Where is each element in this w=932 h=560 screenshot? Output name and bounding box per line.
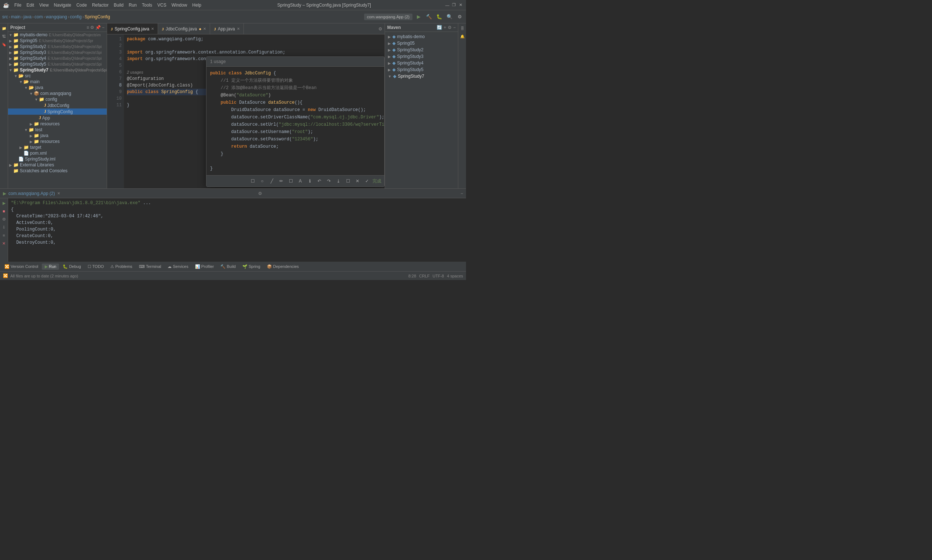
maven-minimize-icon[interactable]: − bbox=[453, 25, 456, 30]
tab-run[interactable]: ▶ Run bbox=[42, 263, 59, 270]
tab-springconfig[interactable]: J SpringConfig.java ✕ bbox=[107, 23, 158, 34]
tab-spring[interactable]: 🌱 Spring bbox=[239, 263, 263, 270]
cursor-position[interactable]: 8:28 bbox=[408, 274, 416, 278]
popup-icon-expand[interactable]: ☐ bbox=[344, 177, 352, 185]
run-stop-btn[interactable]: ■ bbox=[1, 208, 7, 214]
vcs-status[interactable]: 🔀 bbox=[3, 274, 8, 278]
tree-item-com-wangqiang[interactable]: ▼ 📦 com.wangqiang bbox=[8, 91, 107, 96]
tree-item-target[interactable]: ▶ 📁 target bbox=[8, 145, 107, 150]
tab-services[interactable]: ☁ Services bbox=[165, 263, 191, 270]
breadcrumb-springconfig[interactable]: SpringConfig bbox=[85, 14, 110, 19]
run-button[interactable]: ▶ bbox=[415, 13, 423, 21]
breadcrumb-com[interactable]: com bbox=[34, 14, 43, 19]
tree-item-app[interactable]: ▶ J App bbox=[8, 115, 107, 121]
tab-version-control[interactable]: 🔀 Version Control bbox=[2, 263, 41, 270]
bookmarks-icon[interactable]: 🔖 bbox=[1, 41, 7, 48]
indent-settings[interactable]: 4 spaces bbox=[447, 274, 463, 278]
popup-done-button[interactable]: 完成 bbox=[373, 178, 381, 185]
project-pin-icon[interactable]: 📌 bbox=[96, 25, 101, 30]
tree-item-springstudy3[interactable]: ▶ 📁 SpringStudy3 E:\Users\BabyQ\IdeaProj… bbox=[8, 49, 107, 55]
tab-todo[interactable]: ☐ TODO bbox=[85, 263, 107, 270]
tab-dependencies[interactable]: 📦 Dependencies bbox=[264, 263, 302, 270]
run-close-btn[interactable]: ✕ bbox=[1, 240, 7, 247]
tree-item-springstudy4[interactable]: ▶ 📁 SpringStudy4 E:\Users\BabyQ\IdeaProj… bbox=[8, 55, 107, 61]
tree-item-springstudy2[interactable]: ▶ 📁 SpringStudy2 E:\Users\BabyQ\IdeaProj… bbox=[8, 44, 107, 49]
line-ending[interactable]: CRLF bbox=[419, 274, 430, 278]
maximize-button[interactable]: ❐ bbox=[451, 3, 456, 8]
tab-profiler[interactable]: 📊 Profiler bbox=[192, 263, 217, 270]
run-configuration[interactable]: com.wangqiang.App (2) bbox=[364, 14, 413, 20]
settings-button[interactable]: ⚙ bbox=[456, 13, 464, 21]
run-settings-icon[interactable]: ⚙ bbox=[258, 191, 262, 196]
tree-item-main[interactable]: ▼ 📂 main bbox=[8, 79, 107, 85]
menu-build[interactable]: Build bbox=[111, 2, 126, 8]
tree-item-mybatis-demo[interactable]: ▼ 📁 mybatis-demo E:\Users\BabyQ\IdeaProj… bbox=[8, 32, 107, 38]
maven-item-mybatis[interactable]: ▶ ◆ mybatis-demo bbox=[387, 33, 456, 40]
popup-icon-rect[interactable]: ☐ bbox=[249, 177, 257, 185]
project-settings-icon[interactable]: ⚙ bbox=[90, 25, 94, 30]
project-collapse-icon[interactable]: ≡ bbox=[86, 25, 89, 30]
tab-settings-icon[interactable]: ⚙ bbox=[376, 26, 385, 32]
popup-icon-text[interactable]: A bbox=[296, 177, 304, 185]
popup-icon-box[interactable]: ☐ bbox=[287, 177, 295, 185]
structure-icon[interactable]: 🏗 bbox=[1, 33, 7, 40]
maven-item-springstudy3[interactable]: ▶ ◆ SpringStudy3 bbox=[387, 53, 456, 60]
menu-window[interactable]: Window bbox=[169, 2, 189, 8]
notifications-icon[interactable]: 🔔 bbox=[459, 33, 466, 40]
tab-close-jdbcconfig[interactable]: ✕ bbox=[203, 27, 206, 31]
popup-icon-check[interactable]: ✓ bbox=[363, 177, 371, 185]
tree-item-external-libs[interactable]: ▶ 📁 External Libraries bbox=[8, 162, 107, 168]
popup-icon-info[interactable]: ℹ bbox=[306, 177, 314, 185]
breadcrumb-config[interactable]: config bbox=[70, 14, 82, 19]
run-settings-btn[interactable]: ⚙ bbox=[1, 216, 7, 223]
code-popup[interactable]: 1 usage public class JdbcConfig { //1 定义… bbox=[206, 57, 385, 187]
tree-item-scratches[interactable]: ▶ 📁 Scratches and Consoles bbox=[8, 168, 107, 174]
maven-refresh-icon[interactable]: 🔄 bbox=[437, 25, 442, 30]
maven-settings-icon[interactable]: ⚙ bbox=[448, 25, 452, 30]
tree-item-test[interactable]: ▼ 📁 test bbox=[8, 127, 107, 133]
database-icon[interactable]: 🗄 bbox=[459, 25, 466, 32]
popup-icon-slash[interactable]: ╱ bbox=[268, 177, 276, 185]
menu-code[interactable]: Code bbox=[74, 2, 89, 8]
debug-button[interactable]: 🐛 bbox=[435, 13, 443, 21]
project-icon[interactable]: 📁 bbox=[1, 25, 7, 32]
tab-debug[interactable]: 🐛 Debug bbox=[60, 263, 83, 270]
tab-terminal[interactable]: ⌨ Terminal bbox=[136, 263, 164, 270]
maven-item-springstudy5[interactable]: ▶ ◆ SpringStudy5 bbox=[387, 66, 456, 73]
tab-close-springconfig[interactable]: ✕ bbox=[151, 27, 154, 31]
tree-item-resources[interactable]: ▶ 📁 resources bbox=[8, 121, 107, 127]
menu-navigate[interactable]: Navigate bbox=[52, 2, 73, 8]
tree-item-java[interactable]: ▼ 📂 java bbox=[8, 85, 107, 91]
tree-item-src[interactable]: ▼ 📂 src bbox=[8, 73, 107, 79]
menu-run[interactable]: Run bbox=[126, 2, 139, 8]
tree-item-spring05[interactable]: ▶ 📁 Spring05 E:\Users\BabyQ\IdeaProjects… bbox=[8, 38, 107, 44]
maven-item-spring05[interactable]: ▶ ◆ Spring05 bbox=[387, 40, 456, 46]
maven-item-springstudy7[interactable]: ▼ ◆ SpringStudy7 bbox=[387, 73, 456, 80]
tab-app[interactable]: J App.java ✕ bbox=[210, 23, 243, 34]
menu-file[interactable]: File bbox=[12, 2, 23, 8]
tab-jdbcconfig[interactable]: J JdbcConfig.java ● ✕ bbox=[158, 23, 210, 34]
breadcrumb-src[interactable]: src bbox=[2, 14, 8, 19]
file-encoding[interactable]: UTF-8 bbox=[433, 274, 444, 278]
tab-problems[interactable]: ⚠ Problems bbox=[108, 263, 135, 270]
tree-item-config[interactable]: ▼ 📁 config bbox=[8, 96, 107, 102]
popup-icon-download[interactable]: ⤓ bbox=[334, 177, 342, 185]
tree-item-springstudy7[interactable]: ▼ 📁 SpringStudy7 E:\Users\BabyQ\IdeaProj… bbox=[8, 67, 107, 73]
menu-view[interactable]: View bbox=[37, 2, 51, 8]
run-filter-btn[interactable]: ≡ bbox=[1, 232, 7, 238]
run-minimize-icon[interactable]: − bbox=[461, 191, 463, 196]
run-tab-close[interactable]: ✕ bbox=[57, 191, 60, 195]
tree-item-springstudy5[interactable]: ▶ 📁 SpringStudy5 E:\Users\BabyQ\IdeaProj… bbox=[8, 61, 107, 67]
popup-icon-undo[interactable]: ↶ bbox=[315, 177, 324, 185]
popup-icon-close[interactable]: ✕ bbox=[353, 177, 362, 185]
menu-refactor[interactable]: Refactor bbox=[90, 2, 111, 8]
popup-icon-edit[interactable]: ✏ bbox=[277, 177, 285, 185]
maven-item-springstudy2[interactable]: ▶ ◆ SpringStudy2 bbox=[387, 46, 456, 53]
breadcrumb-main[interactable]: main bbox=[11, 14, 20, 19]
tab-close-app[interactable]: ✕ bbox=[237, 27, 240, 31]
build-button[interactable]: 🔨 bbox=[425, 13, 433, 21]
tree-item-pomxml[interactable]: ▶ 📄 pom.xml bbox=[8, 150, 107, 156]
menu-tools[interactable]: Tools bbox=[140, 2, 154, 8]
popup-icon-redo[interactable]: ↷ bbox=[325, 177, 333, 185]
run-scroll-btn[interactable]: ⇩ bbox=[1, 224, 7, 231]
